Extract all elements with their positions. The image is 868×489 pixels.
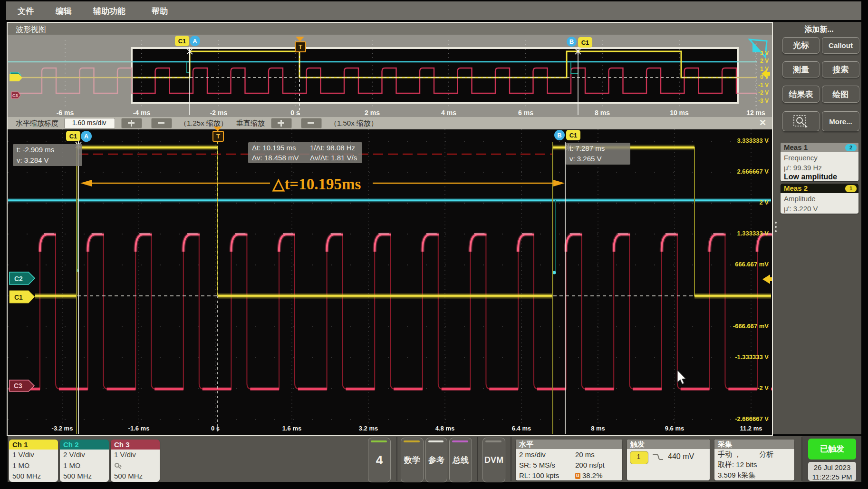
svg-text:C3: C3 [12,93,18,98]
svg-text:C1: C1 [14,293,23,301]
svg-text:C2: C2 [14,275,23,283]
svg-text:C3: C3 [14,382,22,390]
